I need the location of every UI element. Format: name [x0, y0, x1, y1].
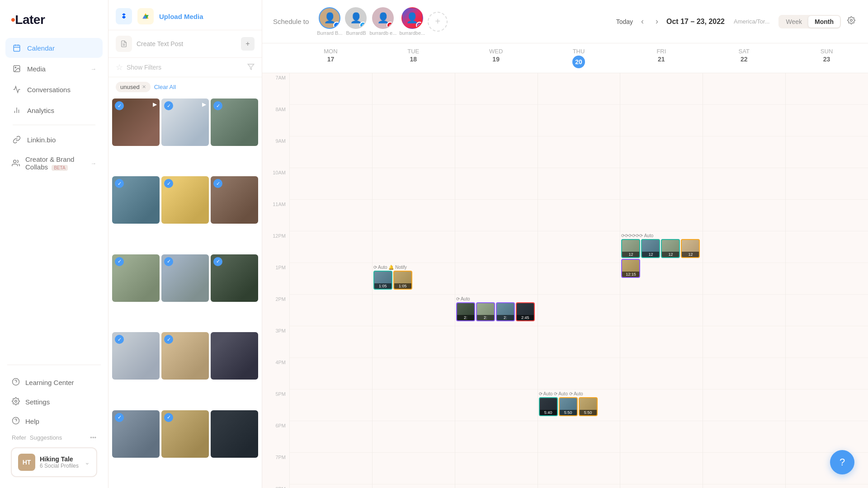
- day-cell[interactable]: ⟳ Auto 🔔 Notify1:051:05: [373, 263, 455, 295]
- day-cell[interactable]: [786, 231, 868, 263]
- day-cell[interactable]: [373, 295, 455, 326]
- day-cell[interactable]: [455, 168, 538, 200]
- day-cell[interactable]: [290, 73, 372, 105]
- day-cell[interactable]: [455, 326, 538, 358]
- day-cell[interactable]: [538, 484, 620, 488]
- day-cell[interactable]: [290, 231, 372, 263]
- day-cell[interactable]: [786, 105, 868, 136]
- filter-icon[interactable]: [247, 63, 255, 72]
- help-fab-button[interactable]: ?: [830, 450, 854, 474]
- day-cell[interactable]: [620, 136, 703, 168]
- day-cell[interactable]: [703, 200, 785, 231]
- media-item[interactable]: ✓▶: [161, 99, 209, 146]
- day-cell[interactable]: [620, 389, 703, 421]
- day-cell[interactable]: [703, 105, 785, 136]
- event-thumb[interactable]: 2:: [496, 302, 515, 321]
- day-cell[interactable]: [373, 73, 455, 105]
- day-col[interactable]: [289, 73, 372, 488]
- event-thumb[interactable]: 5:40: [539, 397, 558, 416]
- day-cell[interactable]: [373, 358, 455, 389]
- day-cell[interactable]: [620, 453, 703, 484]
- dropbox-button[interactable]: [116, 8, 132, 24]
- day-cell[interactable]: [455, 389, 538, 421]
- day-cell[interactable]: [373, 136, 455, 168]
- day-col[interactable]: ⟳ Auto 🔔 Notify1:051:05: [372, 73, 455, 488]
- day-cell[interactable]: [538, 453, 620, 484]
- upload-media-button[interactable]: Upload Media: [159, 13, 255, 20]
- day-cell[interactable]: [373, 484, 455, 488]
- day-cell[interactable]: [703, 263, 785, 295]
- day-cell[interactable]: [373, 326, 455, 358]
- day-cell[interactable]: [290, 326, 372, 358]
- day-cell[interactable]: [786, 421, 868, 453]
- day-cell[interactable]: [620, 168, 703, 200]
- day-cell[interactable]: [703, 453, 785, 484]
- day-col[interactable]: ⟳ Auto2:2:2:2:45: [455, 73, 538, 488]
- workspace-card[interactable]: HT Hiking Tale 6 Social Profiles ⌄: [11, 447, 97, 477]
- day-cell[interactable]: [786, 389, 868, 421]
- media-item[interactable]: [211, 332, 258, 380]
- sidebar-item-calendar[interactable]: Calendar: [5, 38, 103, 58]
- media-item[interactable]: [211, 410, 258, 458]
- profile-twitter[interactable]: 👤 𝕏 BurrardB: [345, 7, 367, 36]
- sidebar-item-linkinbio[interactable]: Linkin.bio: [5, 130, 103, 150]
- event-thumb[interactable]: 5:50: [559, 397, 578, 416]
- event-thumb[interactable]: 1:05: [373, 271, 392, 290]
- sidebar-item-creator-brand[interactable]: Creator & Brand Collabs BETA →: [5, 150, 103, 176]
- add-profile-button[interactable]: +: [428, 12, 448, 32]
- day-cell[interactable]: [703, 295, 785, 326]
- media-item[interactable]: ✓: [112, 410, 160, 458]
- calendar-grid-wrap[interactable]: 7AM8AM9AM10AM11AM12PM1PM2PM3PM4PM5PM6PM7…: [262, 73, 868, 488]
- day-cell[interactable]: [703, 326, 785, 358]
- day-cell[interactable]: [538, 358, 620, 389]
- day-cell[interactable]: [786, 136, 868, 168]
- day-cell[interactable]: ⟳ Auto2:2:2:2:45: [455, 295, 538, 326]
- create-text-plus-button[interactable]: +: [241, 37, 255, 51]
- profile-facebook[interactable]: 👤 f Burrard B...: [317, 7, 342, 36]
- day-cell[interactable]: [620, 421, 703, 453]
- day-cell[interactable]: [620, 73, 703, 105]
- event-thumb[interactable]: 2:45: [516, 302, 535, 321]
- day-cell[interactable]: [620, 326, 703, 358]
- sidebar-item-analytics[interactable]: Analytics: [5, 100, 103, 120]
- tag-remove-icon[interactable]: ✕: [142, 84, 146, 90]
- media-item[interactable]: ✓: [211, 176, 258, 224]
- day-col[interactable]: [785, 73, 868, 488]
- day-cell[interactable]: [455, 421, 538, 453]
- day-cell[interactable]: [786, 453, 868, 484]
- day-cell[interactable]: [703, 389, 785, 421]
- day-col[interactable]: [703, 73, 785, 488]
- media-item[interactable]: ✓: [161, 254, 209, 302]
- day-cell[interactable]: [703, 231, 785, 263]
- day-cell[interactable]: [455, 136, 538, 168]
- day-cell[interactable]: [786, 73, 868, 105]
- day-cell[interactable]: [538, 168, 620, 200]
- day-cell[interactable]: [373, 105, 455, 136]
- sidebar-item-learning-center[interactable]: Learning Center: [5, 373, 103, 392]
- day-cell[interactable]: [538, 326, 620, 358]
- day-cell[interactable]: [538, 421, 620, 453]
- media-item[interactable]: ✓: [211, 254, 258, 302]
- day-cell[interactable]: [290, 105, 372, 136]
- event-thumb[interactable]: 12: [621, 239, 640, 258]
- sidebar-item-help[interactable]: Help: [5, 412, 103, 431]
- event-thumb[interactable]: 12: [661, 239, 680, 258]
- day-cell[interactable]: [620, 484, 703, 488]
- day-cell[interactable]: [786, 326, 868, 358]
- day-cell[interactable]: [373, 421, 455, 453]
- show-filters-text[interactable]: Show Filters: [127, 64, 244, 71]
- day-cell[interactable]: [786, 200, 868, 231]
- event-thumb[interactable]: 2:: [476, 302, 495, 321]
- media-item[interactable]: ✓: [161, 410, 209, 458]
- day-cell[interactable]: [538, 136, 620, 168]
- day-cell[interactable]: [290, 453, 372, 484]
- prev-week-button[interactable]: ‹: [637, 15, 647, 28]
- day-cell[interactable]: [538, 263, 620, 295]
- month-view-button[interactable]: Month: [808, 16, 840, 28]
- day-cell[interactable]: ⟳ Auto ⟳ Auto ⟳ Auto5:405:505:50: [538, 389, 620, 421]
- profile-pinterest[interactable]: 👤 P burrardb e...: [369, 7, 396, 36]
- day-cell[interactable]: [455, 73, 538, 105]
- week-view-button[interactable]: Week: [779, 16, 808, 28]
- next-week-button[interactable]: ›: [652, 15, 662, 28]
- day-cell[interactable]: [786, 168, 868, 200]
